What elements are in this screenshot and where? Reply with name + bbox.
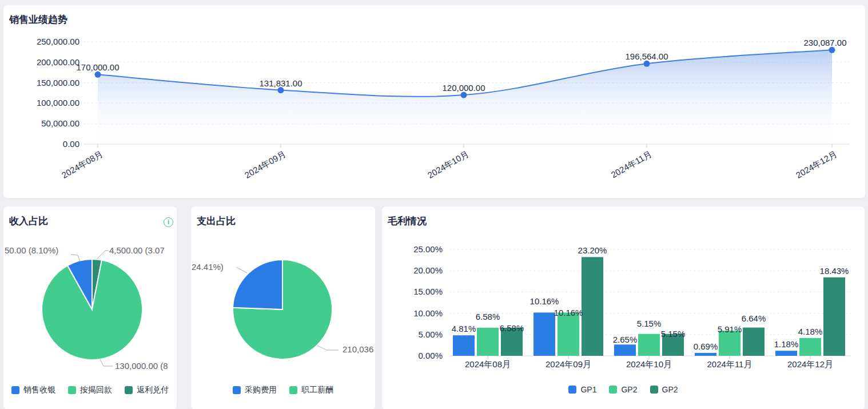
legend-item-采购费用[interactable]: 采购费用: [233, 385, 277, 395]
x-axis-label: 2024年11月: [707, 359, 752, 370]
legend-swatch: [568, 386, 576, 394]
callout-line: [236, 267, 247, 273]
pie-label: 50.00 (8.10%): [5, 246, 58, 255]
bar-value-label: 10.16%: [554, 308, 583, 317]
legend-label: GP2: [621, 385, 637, 394]
bar-GP2-2024年08月[interactable]: [477, 328, 499, 356]
pie-slice-采购费用[interactable]: [233, 260, 282, 309]
bar-value-label: 10.16%: [530, 296, 559, 306]
bar-value-label: 2.65%: [613, 335, 638, 344]
legend-swatch: [68, 386, 76, 394]
y-axis-label: 25.00%: [383, 244, 443, 255]
legend-swatch: [289, 386, 297, 394]
data-label: 170,000.00: [76, 63, 119, 72]
callout-line: [317, 346, 339, 350]
expense-share-card: 支出占比 210,03624.41%) 采购费用职工薪酬: [190, 206, 376, 409]
bar-GP1-2024年12月[interactable]: [775, 351, 797, 356]
legend-label: 销售收银: [23, 385, 55, 395]
legend-label: GP2: [662, 385, 678, 394]
pie-label: 130,000.00 (8: [115, 362, 168, 371]
legend-swatch: [609, 386, 617, 394]
legend-swatch: [11, 386, 19, 394]
data-point[interactable]: [278, 87, 284, 93]
bar-GP1-2024年11月[interactable]: [695, 353, 716, 356]
bar-GP2-2024年09月[interactable]: [582, 257, 603, 356]
bar-GP2-2024年11月[interactable]: [743, 328, 765, 356]
y-axis-label: 5.00%: [383, 329, 443, 340]
y-axis-label: 100,000.00: [3, 98, 79, 108]
bar-GP2-2024年12月[interactable]: [823, 277, 845, 356]
y-axis-label: 150,000.00: [3, 78, 79, 88]
bar-value-label: 6.58%: [500, 323, 524, 333]
pie-label: 4,500.00 (3.07: [109, 246, 165, 255]
pie-label: 210,036: [343, 345, 373, 354]
gross-profit-card: 毛利情况 4.81%10.16%2.65%0.69%1.18%6.58%10.1…: [381, 206, 865, 409]
bar-GP2-2024年09月[interactable]: [558, 312, 579, 356]
gross-legend: GP1GP2GP2: [382, 385, 865, 394]
data-point[interactable]: [461, 92, 467, 98]
callout-line: [100, 359, 113, 366]
income-legend: 销售收银按揭回款返利兑付: [3, 385, 177, 395]
bar-GP1-2024年10月[interactable]: [614, 344, 636, 356]
y-axis-label: 0.00: [3, 139, 79, 149]
y-axis-label: 200,000.00: [3, 57, 79, 67]
x-axis-label: 2024年08月: [465, 359, 511, 370]
data-point[interactable]: [644, 61, 650, 67]
legend-label: 采购费用: [245, 385, 277, 395]
data-label: 196,564.00: [625, 52, 668, 61]
income-share-card: 收入占比 i 4,500.00 (3.07130,000.00 (850.00 …: [3, 206, 177, 409]
legend-label: 职工薪酬: [301, 385, 333, 395]
bar-value-label: 4.81%: [452, 324, 476, 333]
bar-GP1-2024年09月[interactable]: [533, 312, 555, 356]
x-axis-label: 2024年09月: [546, 359, 591, 370]
y-axis-label: 0.00%: [383, 351, 443, 361]
y-axis-label: 20.00%: [383, 265, 443, 276]
y-axis-label: 250,000.00: [3, 37, 79, 47]
x-axis-label: 2024年10月: [626, 359, 672, 370]
data-point[interactable]: [95, 72, 101, 78]
bar-value-label: 6.64%: [742, 313, 766, 323]
expense-pie-chart[interactable]: 210,03624.41%): [191, 207, 375, 409]
legend-label: 返利兑付: [137, 385, 169, 395]
legend-item-GP2[interactable]: GP2: [609, 385, 637, 394]
bar-value-label: 5.15%: [661, 329, 686, 339]
x-axis-label: 2024年12月: [787, 359, 833, 370]
expense-legend: 采购费用职工薪酬: [191, 385, 375, 395]
legend-label: 按揭回款: [80, 385, 112, 395]
bar-value-label: 18.43%: [820, 266, 849, 276]
bar-GP1-2024年08月[interactable]: [453, 335, 475, 356]
callout-line: [97, 251, 109, 259]
y-axis-label: 15.00%: [383, 287, 443, 297]
sales-trend-chart[interactable]: 250,000.00200,000.00150,000.00100,000.00…: [3, 5, 865, 198]
legend-swatch: [233, 386, 241, 394]
legend-label: GP1: [580, 385, 596, 394]
bar-value-label: 5.91%: [718, 324, 742, 334]
legend-item-销售收银[interactable]: 销售收银: [11, 385, 55, 395]
legend-item-返利兑付[interactable]: 返利兑付: [125, 385, 169, 395]
dashboard: 销售业绩趋势 250,000.00200,000.00150,000.00100…: [0, 0, 868, 409]
sales-trend-card: 销售业绩趋势 250,000.00200,000.00150,000.00100…: [3, 5, 866, 198]
bar-value-label: 1.18%: [774, 339, 799, 349]
data-label: 131,831.00: [259, 79, 302, 88]
legend-item-GP2[interactable]: GP2: [650, 385, 678, 394]
legend-item-按揭回款[interactable]: 按揭回款: [68, 385, 112, 395]
gross-profit-bar-chart[interactable]: 4.81%10.16%2.65%0.69%1.18%6.58%10.16%5.1…: [382, 207, 865, 409]
y-axis-label: 10.00%: [383, 308, 443, 319]
pie-label: 24.41%): [192, 263, 224, 272]
bar-GP2-2024年12月[interactable]: [799, 338, 821, 356]
legend-item-GP1[interactable]: GP1: [568, 385, 596, 394]
bar-value-label: 0.69%: [694, 342, 718, 351]
bar-GP2-2024年10月[interactable]: [638, 334, 660, 356]
data-label: 120,000.00: [442, 84, 485, 93]
data-label: 230,087.00: [803, 38, 846, 47]
bar-GP2-2024年11月[interactable]: [719, 331, 740, 356]
bar-value-label: 6.58%: [476, 312, 500, 321]
y-axis-label: 50,000.00: [3, 118, 79, 129]
legend-item-职工薪酬[interactable]: 职工薪酬: [289, 385, 333, 395]
legend-swatch: [125, 386, 133, 394]
income-pie-chart[interactable]: 4,500.00 (3.07130,000.00 (850.00 (8.10%): [3, 207, 177, 409]
data-point[interactable]: [829, 47, 835, 53]
bar-value-label: 23.20%: [578, 245, 607, 255]
bar-value-label: 5.15%: [637, 319, 662, 328]
bar-value-label: 4.18%: [798, 327, 823, 336]
